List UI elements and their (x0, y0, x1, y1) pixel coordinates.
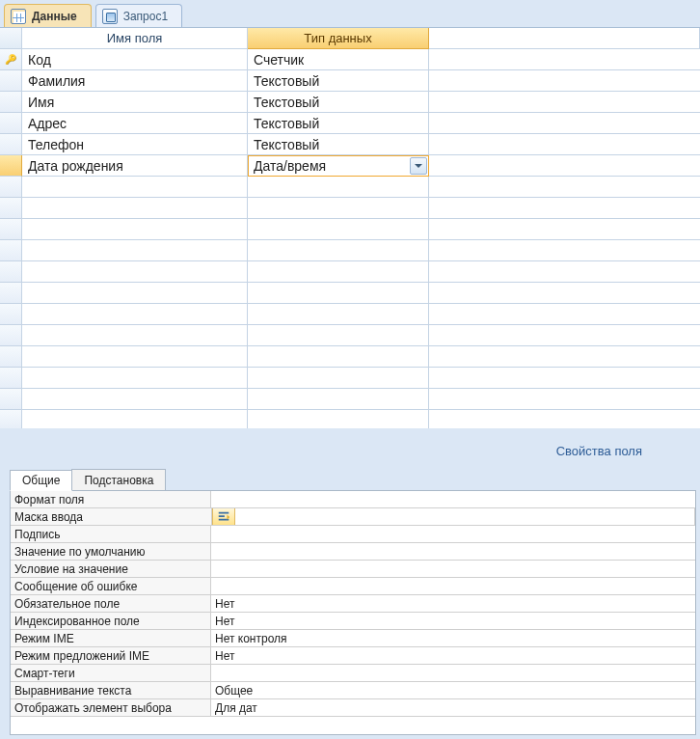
type-dropdown-button[interactable] (410, 157, 427, 175)
property-row[interactable]: Подпись (11, 526, 695, 543)
column-header-type[interactable]: Тип данных (248, 28, 429, 49)
row-selector[interactable] (0, 240, 22, 261)
grid-row[interactable] (0, 261, 700, 283)
grid-row[interactable]: ТелефонТекстовый (0, 134, 700, 155)
field-type-cell[interactable] (248, 304, 429, 325)
row-selector[interactable] (0, 389, 22, 410)
field-desc-cell[interactable] (429, 92, 700, 113)
field-desc-cell[interactable] (429, 346, 700, 368)
field-name-cell[interactable] (22, 410, 248, 428)
input-mask-field[interactable] (235, 508, 694, 525)
grid-row[interactable] (0, 346, 700, 368)
tab-data-table[interactable]: Данные (4, 4, 92, 27)
property-row[interactable]: Режим IMEНет контроля (11, 630, 695, 647)
field-desc-cell[interactable] (429, 410, 700, 428)
field-desc-cell[interactable] (429, 134, 700, 155)
grid-row[interactable] (0, 283, 700, 304)
field-desc-cell[interactable] (429, 49, 700, 70)
field-name-cell[interactable] (22, 219, 248, 240)
row-selector[interactable] (0, 198, 22, 219)
grid-row[interactable] (0, 325, 700, 346)
property-value[interactable] (211, 543, 695, 560)
field-desc-cell[interactable] (429, 389, 700, 410)
field-type-cell[interactable] (248, 325, 429, 346)
input-mask-wizard-button[interactable] (212, 508, 235, 525)
property-row[interactable]: Выравнивание текстаОбщее (11, 682, 695, 699)
property-value[interactable]: Нет (211, 613, 695, 629)
property-row[interactable]: Формат поля (11, 491, 695, 508)
field-type-cell[interactable] (248, 283, 429, 304)
field-design-grid[interactable]: Имя поля Тип данных КодСчетчикФамилияТек… (0, 27, 700, 428)
field-desc-cell[interactable] (429, 155, 700, 177)
field-desc-cell[interactable] (429, 325, 700, 346)
property-row[interactable]: Отображать элемент выбораДля дат (11, 699, 695, 717)
field-name-cell[interactable]: Имя (22, 92, 248, 113)
column-header-desc[interactable] (429, 28, 700, 49)
field-name-cell[interactable] (22, 346, 248, 368)
field-name-cell[interactable] (22, 240, 248, 261)
field-type-cell[interactable]: Дата/время (248, 155, 429, 177)
row-selector[interactable] (0, 219, 22, 240)
row-selector[interactable] (0, 325, 22, 346)
row-selector[interactable] (0, 49, 22, 70)
property-row[interactable]: Сообщение об ошибке (11, 578, 695, 595)
field-type-cell[interactable] (248, 198, 429, 219)
field-name-cell[interactable] (22, 304, 248, 325)
field-desc-cell[interactable] (429, 198, 700, 219)
field-desc-cell[interactable] (429, 368, 700, 389)
field-type-cell[interactable] (248, 261, 429, 283)
tab-query1[interactable]: Запрос1 (95, 4, 182, 27)
property-value[interactable]: Нет контроля (211, 630, 695, 646)
field-desc-cell[interactable] (429, 219, 700, 240)
property-row[interactable]: Смарт-теги (11, 665, 695, 682)
field-type-cell[interactable] (248, 240, 429, 261)
grid-row[interactable]: КодСчетчик (0, 49, 700, 70)
property-value[interactable]: Нет (211, 647, 695, 664)
row-selector[interactable] (0, 283, 22, 304)
field-type-cell[interactable] (248, 219, 429, 240)
field-type-cell[interactable] (248, 177, 429, 198)
grid-row[interactable]: АдресТекстовый (0, 113, 700, 134)
field-name-cell[interactable] (22, 261, 248, 283)
row-selector[interactable] (0, 261, 22, 283)
field-type-cell[interactable] (248, 410, 429, 428)
row-selector[interactable] (0, 155, 22, 177)
row-selector[interactable] (0, 368, 22, 389)
field-type-cell[interactable]: Текстовый (248, 70, 429, 92)
field-type-cell[interactable] (248, 346, 429, 368)
property-value[interactable]: Для дат (211, 699, 695, 716)
grid-row[interactable] (0, 304, 700, 325)
property-value[interactable] (211, 578, 695, 594)
field-type-cell[interactable]: Счетчик (248, 49, 429, 70)
row-selector[interactable] (0, 346, 22, 368)
property-row[interactable]: Условие на значение (11, 561, 695, 578)
field-desc-cell[interactable] (429, 240, 700, 261)
property-value[interactable]: Общее (211, 682, 695, 698)
field-name-cell[interactable] (22, 283, 248, 304)
property-value[interactable] (211, 665, 695, 681)
property-value[interactable] (211, 508, 695, 525)
grid-row[interactable] (0, 389, 700, 410)
grid-row[interactable] (0, 240, 700, 261)
field-type-cell[interactable]: Текстовый (248, 134, 429, 155)
field-desc-cell[interactable] (429, 177, 700, 198)
grid-row[interactable] (0, 368, 700, 389)
property-row[interactable]: Индексированное полеНет (11, 613, 695, 630)
field-name-cell[interactable] (22, 177, 248, 198)
field-desc-cell[interactable] (429, 113, 700, 134)
grid-row[interactable] (0, 177, 700, 198)
field-desc-cell[interactable] (429, 283, 700, 304)
property-row[interactable]: Маска ввода (11, 508, 695, 526)
field-name-cell[interactable]: Код (22, 49, 248, 70)
row-selector[interactable] (0, 92, 22, 113)
grid-row[interactable]: Дата рожденияДата/время (0, 155, 700, 177)
property-row[interactable]: Значение по умолчанию (11, 543, 695, 561)
field-name-cell[interactable] (22, 368, 248, 389)
props-tab-lookup[interactable]: Подстановка (71, 469, 166, 490)
row-selector[interactable] (0, 70, 22, 92)
field-desc-cell[interactable] (429, 70, 700, 92)
field-type-cell[interactable]: Текстовый (248, 92, 429, 113)
field-desc-cell[interactable] (429, 304, 700, 325)
props-tab-general[interactable]: Общие (10, 470, 72, 491)
grid-row[interactable] (0, 219, 700, 240)
